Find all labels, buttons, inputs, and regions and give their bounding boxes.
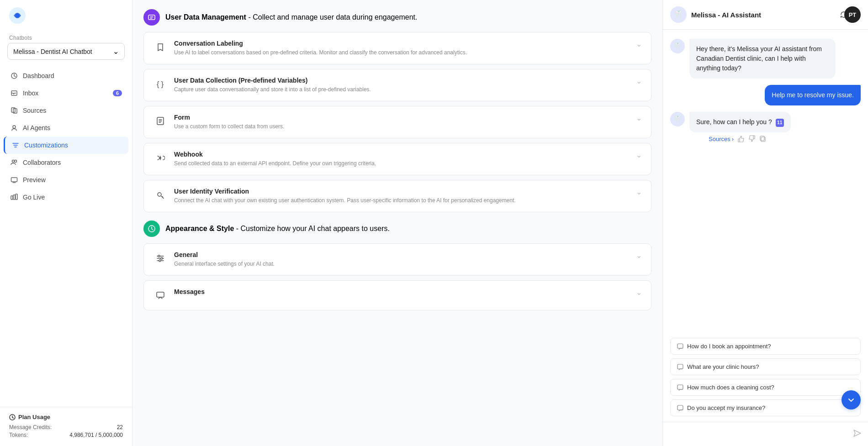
quick-reply-2[interactable]: How much does a cleaning cost? (670, 379, 861, 396)
plan-usage-icon (9, 414, 16, 420)
thumbs-down-button[interactable] (748, 135, 756, 142)
sidebar-item-preview[interactable]: Preview (4, 171, 128, 189)
svg-rect-12 (16, 194, 17, 199)
form-desc: Use a custom form to collect data from u… (174, 122, 630, 131)
user-identity-desc: Connect the AI chat with your own existi… (174, 196, 630, 205)
bot-avatar-1: 🦷 (670, 39, 685, 53)
svg-rect-11 (13, 195, 15, 199)
card-general[interactable]: General General interface settings of yo… (143, 243, 651, 276)
nav-preview-label: Preview (23, 176, 46, 184)
sidebar-item-ai-agents[interactable]: AI Agents (4, 119, 128, 136)
main-content: User Data Management - Collect and manag… (132, 0, 662, 446)
sources-icon (10, 106, 18, 115)
sources-link[interactable]: Sources › (709, 136, 734, 142)
svg-point-17 (163, 123, 163, 124)
go-live-icon (10, 193, 18, 201)
copy-button[interactable] (759, 135, 767, 142)
sidebar-item-sources[interactable]: Sources (4, 102, 128, 119)
braces-icon: { } (153, 77, 168, 91)
general-desc: General interface settings of your AI ch… (174, 260, 630, 268)
inbox-icon (10, 89, 18, 97)
sidebar-header (0, 0, 132, 31)
message-row-user-1: Help me to resolve my issue. (670, 85, 861, 105)
quick-reply-1[interactable]: What are your clinic hours? (670, 358, 861, 375)
nav-customizations-label: Customizations (24, 142, 68, 149)
message-actions: Sources › (689, 135, 791, 142)
chatbot-selector[interactable]: Melissa - Dentist AI Chatbot ⌄ (7, 43, 125, 60)
svg-rect-29 (677, 385, 683, 389)
nav-collaborators-label: Collaborators (23, 159, 61, 166)
quick-reply-3[interactable]: Do you accept my insurance? (670, 399, 861, 416)
message-row-bot-1: 🦷 Hey there, it's Melissa your AI assist… (670, 39, 861, 79)
user-data-collection-desc: Capture user data conversationally and s… (174, 85, 630, 94)
bot-message-2: Sure, how can I help you ? 11 (689, 112, 791, 132)
bot-avatar-2: 🦷 (670, 112, 685, 126)
card-conversation-labeling-body: Conversation Labeling Use AI to label co… (174, 40, 630, 57)
card-conversation-labeling[interactable]: Conversation Labeling Use AI to label co… (143, 32, 651, 64)
plan-usage-label: Plan Usage (18, 414, 50, 420)
card-form[interactable]: Form Use a custom form to collect data f… (143, 106, 651, 138)
plan-usage-title: Plan Usage (9, 414, 123, 420)
quick-reply-icon-1 (677, 364, 683, 370)
card-user-data-collection[interactable]: { } User Data Collection (Pre-defined Va… (143, 69, 651, 101)
sliders-icon (153, 251, 168, 266)
card-user-data-collection-body: User Data Collection (Pre-defined Variab… (174, 77, 630, 94)
card-user-identity[interactable]: User Identity Verification Connect the A… (143, 180, 651, 212)
appearance-section-dash: - (236, 225, 241, 232)
send-button[interactable] (852, 429, 862, 440)
chevron-icon-3: ⌄ (636, 114, 642, 122)
chat-panel: 🦷 Melissa - AI Assistant 🦷 Hey there, it… (662, 0, 868, 446)
card-webhook[interactable]: Webhook Send collected data to an extern… (143, 143, 651, 175)
dashboard-icon (10, 72, 18, 80)
user-data-icon (147, 13, 156, 22)
sidebar-item-customizations[interactable]: Customizations (4, 136, 128, 154)
plan-tokens-row: Tokens: 4,986,701 / 5,000,000 (9, 432, 123, 438)
webhook-icon (153, 151, 168, 165)
user-identity-title: User Identity Verification (174, 188, 630, 195)
user-data-title: User Data Management - Collect and manag… (165, 13, 417, 21)
messages-card-title: Messages (174, 288, 630, 295)
plan-message-credits-row: Message Credits: 22 (9, 424, 123, 430)
chevron-icon-6: ⌄ (636, 251, 642, 260)
message-credits-label: Message Credits: (9, 424, 52, 430)
nav-sources-label: Sources (23, 107, 46, 114)
sidebar-item-collaborators[interactable]: Collaborators (4, 154, 128, 171)
quick-reply-icon-0 (677, 343, 683, 350)
card-messages[interactable]: Messages ⌄ (143, 280, 651, 310)
svg-point-22 (161, 257, 163, 259)
conversation-labeling-title: Conversation Labeling (174, 40, 630, 47)
messages-icon (153, 288, 168, 303)
svg-rect-28 (677, 364, 683, 369)
chat-input[interactable] (669, 427, 848, 441)
tokens-label: Tokens: (9, 432, 28, 438)
chevron-icon-7: ⌄ (636, 288, 642, 297)
svg-rect-24 (157, 292, 164, 297)
quick-reply-0[interactable]: How do I book an appointment? (670, 338, 861, 355)
chat-title: Melissa - AI Assistant (691, 11, 835, 19)
user-avatar[interactable]: PT (844, 6, 861, 23)
sidebar-item-go-live[interactable]: Go Live (4, 189, 128, 206)
user-data-collection-title: User Data Collection (Pre-defined Variab… (174, 77, 630, 84)
svg-point-23 (159, 260, 161, 262)
chat-header: 🦷 Melissa - AI Assistant (663, 0, 868, 30)
card-webhook-body: Webhook Send collected data to an extern… (174, 151, 630, 168)
svg-rect-27 (677, 344, 683, 348)
scroll-down-button[interactable] (842, 390, 861, 409)
preview-icon (10, 176, 18, 184)
card-form-body: Form Use a custom form to collect data f… (174, 114, 630, 131)
user-data-section-title: User Data Management (165, 13, 246, 21)
svg-rect-10 (11, 196, 13, 199)
chevron-icon-5: ⌄ (636, 188, 642, 196)
thumbs-up-button[interactable] (737, 135, 745, 142)
svg-point-6 (13, 126, 16, 128)
collaborators-icon (10, 158, 18, 167)
key-icon (153, 188, 168, 202)
sidebar-item-inbox[interactable]: Inbox 6 (4, 84, 128, 102)
chatbots-label: Chatbots (0, 31, 132, 43)
webhook-desc: Send collected data to an external API e… (174, 159, 630, 168)
appearance-title-group: Appearance & Style - Customize how your … (165, 225, 390, 233)
card-general-body: General General interface settings of yo… (174, 251, 630, 268)
sidebar-item-dashboard[interactable]: Dashboard (4, 67, 128, 84)
message-row-bot-2: 🦷 Sure, how can I help you ? 11 Sources … (670, 112, 861, 142)
user-data-section-dash: - (248, 13, 253, 21)
